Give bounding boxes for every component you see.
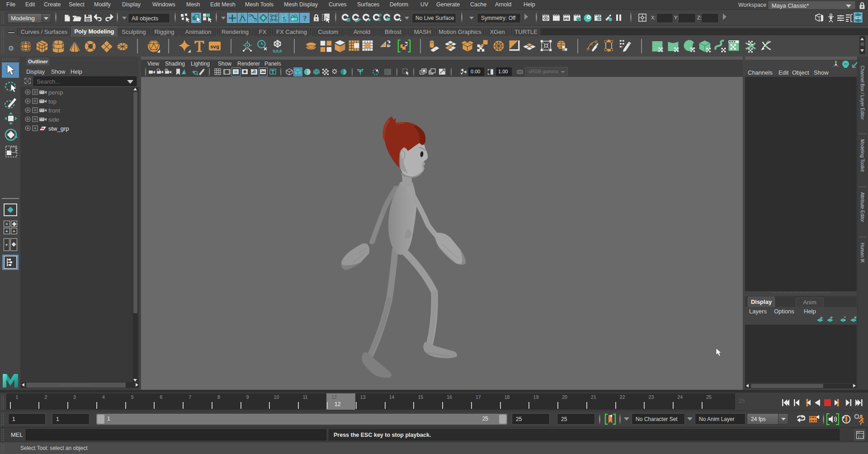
svg-text:{;}: {;} xyxy=(858,435,864,439)
svg-text:IPR: IPR xyxy=(564,17,569,20)
svg-text:?: ? xyxy=(303,14,307,23)
svg-text:svg: svg xyxy=(210,44,219,49)
svg-text:0,0,0: 0,0,0 xyxy=(273,49,282,53)
